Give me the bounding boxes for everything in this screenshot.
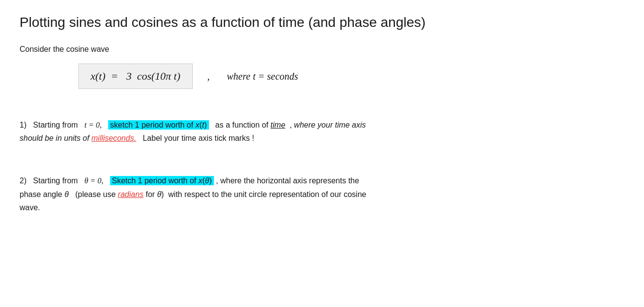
formula-lhs: x(t) = 3 cos(10π t) bbox=[91, 70, 181, 82]
page-title: Plotting sines and cosines as a function… bbox=[20, 15, 624, 30]
formula-box: x(t) = 3 cos(10π t) bbox=[78, 64, 193, 89]
q1-math1: t = 0, bbox=[85, 121, 102, 129]
q1-highlight: sketch 1 period worth of x(t) bbox=[108, 120, 208, 130]
q1-line2-suffix: Label your time axis tick marks ! bbox=[138, 134, 254, 142]
question-2: 2) Starting from θ = 0, Sketch 1 period … bbox=[20, 174, 624, 214]
q1-suffix1: as a function of time , where your time … bbox=[211, 121, 366, 129]
formula-where: , where t = seconds bbox=[203, 71, 299, 82]
q1-number: 1) Starting from bbox=[20, 121, 82, 129]
q2-math1: θ = 0, bbox=[85, 176, 104, 185]
q2-line2: phase angle θ (please use radians for θ)… bbox=[20, 190, 366, 198]
q1-spacer bbox=[104, 121, 108, 129]
q2-line3: wave. bbox=[20, 203, 40, 212]
q1-line2: should be in units of milliseconds. bbox=[20, 134, 136, 142]
formula-container: x(t) = 3 cos(10π t) , where t = seconds bbox=[78, 64, 624, 89]
q2-highlight: Sketch 1 period worth of x(θ) bbox=[110, 176, 214, 185]
question-1: 1) Starting from t = 0, sketch 1 period … bbox=[20, 118, 624, 145]
q2-spacer bbox=[106, 176, 110, 185]
intro-text: Consider the cosine wave bbox=[20, 45, 624, 54]
q2-number: 2) Starting from bbox=[20, 176, 82, 185]
q2-suffix1: , where the horizontal axis represents t… bbox=[216, 176, 359, 185]
